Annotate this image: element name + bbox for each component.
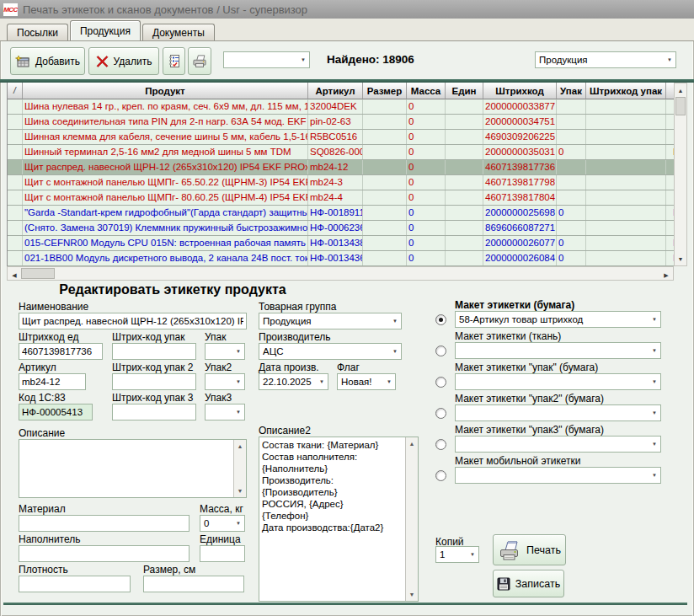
- horizontal-scroll-thumb[interactable]: [21, 268, 55, 279]
- layout-select[interactable]: 58-Артикул товар штрихкод▼: [455, 311, 661, 328]
- layout-radio[interactable]: [435, 377, 446, 388]
- scroll-up-icon[interactable]: ▲: [234, 441, 246, 452]
- column-header[interactable]: Размер: [363, 83, 407, 99]
- pack-barcode3-field[interactable]: [112, 404, 196, 420]
- cell-ind: [8, 99, 23, 114]
- pack3-select[interactable]: ▼: [205, 404, 245, 420]
- barcode-field[interactable]: [19, 343, 103, 360]
- scroll-up-icon[interactable]: ▲: [675, 84, 686, 96]
- cell-ind: [8, 145, 23, 159]
- cell-sku: mb24-3: [308, 175, 363, 190]
- cell-sku: SQ0826-0003: [308, 145, 363, 159]
- description2-scrollbar[interactable]: ▲ ▼: [405, 437, 418, 601]
- chevron-down-icon: ▼: [649, 348, 660, 353]
- filler-field[interactable]: [19, 545, 190, 562]
- scroll-down-icon[interactable]: ▼: [675, 253, 686, 265]
- horizontal-scrollbar[interactable]: ◀ ▶: [7, 266, 674, 281]
- table-row[interactable]: (Снято. Замена 307019) Клеммник пружинны…: [8, 221, 674, 236]
- column-header[interactable]: /: [8, 83, 23, 99]
- scroll-up-icon[interactable]: ▲: [406, 438, 418, 449]
- copies-select[interactable]: 1 ▼: [435, 546, 479, 563]
- layout-radio[interactable]: [435, 314, 446, 325]
- scroll-left-icon[interactable]: ◀: [8, 270, 20, 281]
- density-field[interactable]: [19, 576, 131, 592]
- name-field[interactable]: [19, 313, 247, 329]
- table-row[interactable]: Щит с монтажной панелью ЩМПг- 65.50.22 (…: [8, 175, 674, 190]
- description-field[interactable]: ▲ ▼: [19, 439, 247, 498]
- found-count: 18906: [382, 53, 414, 66]
- flag-select[interactable]: Новая! ▼: [337, 373, 396, 390]
- vertical-scrollbar[interactable]: ▲ ▼: [674, 83, 687, 266]
- column-header[interactable]: Масса: [407, 83, 446, 99]
- layout-select[interactable]: ▼: [455, 436, 661, 453]
- mass-select[interactable]: 0 ▼: [200, 515, 245, 532]
- delete-button[interactable]: Удалить: [88, 47, 159, 75]
- layout-block: Макет этикетки "упак3" (бумага)▼: [435, 424, 663, 453]
- description2-field[interactable]: Состав ткани: {Материал} Состав наполнит…: [259, 437, 419, 602]
- grid-body: Шина нулевая 14 гр., креп. по краям, сеч…: [8, 99, 674, 266]
- tab-products[interactable]: Продукция: [70, 20, 141, 40]
- cell-unit: [446, 251, 483, 265]
- unit-field[interactable]: [200, 545, 245, 562]
- vertical-scroll-thumb[interactable]: [675, 97, 686, 115]
- column-header[interactable]: Упак: [557, 83, 586, 99]
- material-field[interactable]: [19, 515, 190, 532]
- layout-select[interactable]: ▼: [455, 404, 661, 421]
- scroll-right-icon[interactable]: ▶: [660, 270, 672, 281]
- table-row[interactable]: "Garda -Standart-крем гидрофобный"(Гарда…: [8, 206, 674, 221]
- column-header[interactable]: Штрихкод: [483, 83, 557, 99]
- chevron-down-icon: ▼: [383, 379, 395, 384]
- layout-radio[interactable]: [435, 470, 446, 481]
- cell-pack_barcode: [586, 99, 666, 114]
- column-header[interactable]: Продукт: [23, 83, 308, 99]
- pack-select[interactable]: ▼: [205, 343, 245, 360]
- layout-select[interactable]: ▼: [455, 467, 661, 484]
- table-row[interactable]: Шинная клемма для кабеля, сечение шины 5…: [8, 130, 674, 145]
- size-field[interactable]: [143, 576, 244, 592]
- layout-radio[interactable]: [435, 439, 446, 450]
- pack-barcode2-field[interactable]: [112, 373, 196, 390]
- pack-barcode-field[interactable]: [112, 343, 196, 360]
- print-grid-button[interactable]: [188, 47, 211, 75]
- table-row[interactable]: 015-CEFNR00 Модуль CPU 015N: встроенная …: [8, 236, 674, 251]
- filler-label: Наполнитель: [19, 533, 80, 545]
- layout-select[interactable]: ▼: [455, 373, 661, 390]
- layout-label: Макет этикетки (ткань): [455, 330, 663, 342]
- mode-select[interactable]: Продукция ▼: [535, 51, 676, 68]
- pack2-select[interactable]: ▼: [205, 373, 245, 390]
- date-select[interactable]: 22.10.2025 ▼: [259, 373, 328, 390]
- column-header[interactable]: Штрихкод упак: [586, 83, 666, 99]
- column-header[interactable]: Артикул: [308, 83, 363, 99]
- layout-radio[interactable]: [435, 345, 446, 356]
- code1c-field[interactable]: [19, 404, 93, 420]
- save-button[interactable]: Записать: [493, 570, 564, 597]
- chevron-down-icon: ▼: [232, 410, 244, 415]
- description-scrollbar[interactable]: ▲ ▼: [233, 440, 246, 497]
- layout-radio[interactable]: [435, 408, 446, 419]
- add-button[interactable]: Добавить: [10, 47, 85, 75]
- scroll-down-icon[interactable]: ▼: [406, 589, 418, 600]
- sku-field[interactable]: [19, 373, 86, 390]
- tab-parcels[interactable]: Посылки: [7, 24, 68, 40]
- layout-select[interactable]: ▼: [455, 342, 661, 359]
- quick-search-select[interactable]: ▼: [223, 51, 310, 68]
- cell-sku: mb24-12: [308, 160, 363, 174]
- tab-documents[interactable]: Документы: [142, 24, 215, 40]
- cell-mass: 0: [407, 115, 446, 129]
- cell-pack: 0: [557, 206, 586, 220]
- group-select[interactable]: Продукция ▼: [259, 313, 402, 329]
- table-row[interactable]: Шина соединительная типа PIN для 2-п наг…: [8, 115, 674, 130]
- table-row[interactable]: 021-1BB00 Модуль дискретного вывода, 2 к…: [8, 251, 674, 266]
- table-row[interactable]: Шина нулевая 14 гр., креп. по краям, сеч…: [8, 99, 674, 115]
- edit-label-form: Редактировать этикетку продукта Наименов…: [0, 282, 694, 616]
- table-row[interactable]: Шинный терминал 2,5-16 мм2 для медной ши…: [8, 145, 674, 160]
- table-row[interactable]: Щит с монтажной панелью ЩМПг- 80.60.25 (…: [8, 190, 674, 206]
- list-button[interactable]: [163, 47, 185, 75]
- scroll-down-icon[interactable]: ▼: [234, 485, 246, 496]
- print-button[interactable]: Печать: [493, 534, 566, 565]
- table-row[interactable]: Щит распред. навесной ЩРН-12 (265x310x12…: [8, 160, 674, 175]
- cell-size: [363, 206, 407, 220]
- column-header[interactable]: Един: [446, 83, 483, 99]
- pack-barcode2-label: Штрих-код упак 2: [112, 362, 193, 373]
- manufacturer-select[interactable]: АЦС ▼: [259, 343, 402, 360]
